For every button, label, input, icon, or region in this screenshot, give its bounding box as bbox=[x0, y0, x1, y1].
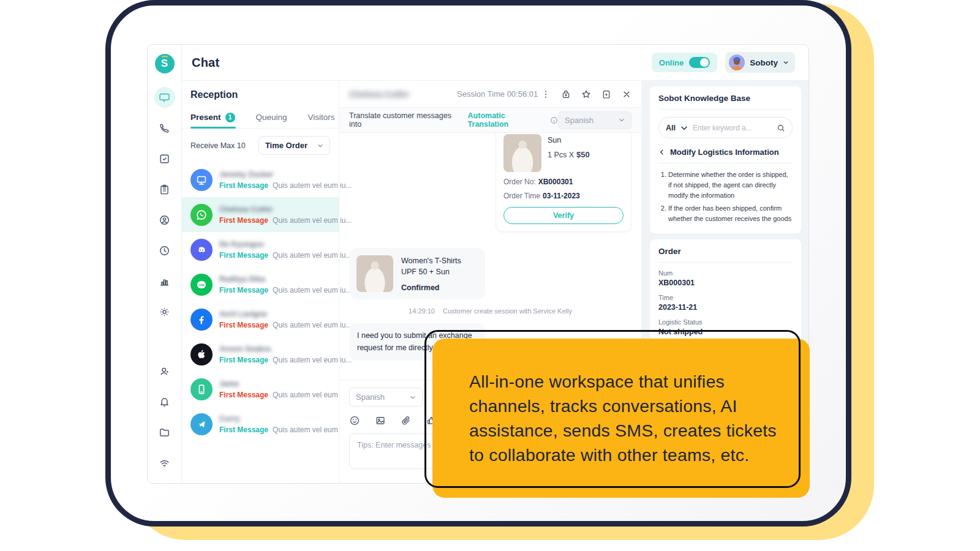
composer-language-dropdown[interactable]: Spanish bbox=[349, 388, 423, 407]
product-message-card: Women's T-Shirts UPF 50 + Sun Confirmed bbox=[349, 248, 485, 299]
sidebar-rail: S bbox=[148, 45, 182, 483]
clipboard-icon bbox=[159, 184, 170, 195]
contact-name: Avril Lavigne bbox=[219, 310, 352, 318]
page-title: Chat bbox=[192, 56, 219, 70]
contact-row[interactable]: Curry First MessageQuis autem vel eum iu… bbox=[182, 407, 339, 441]
logo-halo bbox=[160, 56, 169, 60]
wifi-icon bbox=[159, 457, 170, 469]
status-badge: First Message bbox=[219, 251, 268, 260]
chevron-left-icon bbox=[658, 149, 665, 156]
sidebar-item-tasks[interactable] bbox=[154, 148, 175, 169]
attachment-icon[interactable] bbox=[401, 415, 412, 426]
contact-name: Anson Seabra bbox=[219, 345, 352, 353]
product-image bbox=[503, 134, 541, 172]
online-toggle[interactable] bbox=[689, 57, 710, 68]
tab-visitors[interactable]: Visitors bbox=[308, 113, 335, 122]
info-icon[interactable] bbox=[550, 116, 558, 124]
contact-name: Chelsea Cutler bbox=[219, 205, 352, 214]
knowledge-search[interactable]: All Enter keyword a... bbox=[658, 117, 793, 138]
order-time-value: 03-11-2023 bbox=[543, 192, 580, 200]
close-icon[interactable] bbox=[622, 89, 631, 99]
sidebar-item-clipboard[interactable] bbox=[154, 179, 175, 200]
contact-row-selected[interactable]: Chelsea Cutler First MessageQuis autem v… bbox=[182, 197, 339, 232]
chat-bubble-icon bbox=[159, 92, 170, 103]
sobot-logo: S bbox=[155, 54, 175, 73]
sidebar-item-history[interactable] bbox=[154, 240, 175, 261]
present-count-badge: 1 bbox=[225, 113, 235, 122]
emoji-icon[interactable] bbox=[349, 415, 360, 426]
contact-list: Jeremy Zucker First MessageQuis autem ve… bbox=[182, 162, 339, 441]
tab-queuing-label: Queuing bbox=[256, 113, 287, 122]
agent-avatar bbox=[729, 54, 745, 70]
user-circle-icon bbox=[159, 214, 170, 226]
status-badge: First Message bbox=[219, 425, 268, 434]
stage: S bbox=[0, 0, 980, 551]
order-time-label: Time bbox=[658, 294, 793, 301]
product-image bbox=[356, 255, 393, 292]
chevron-down-icon bbox=[317, 143, 323, 149]
contact-row[interactable]: Jeremy Zucker First MessageQuis autem ve… bbox=[182, 162, 339, 197]
article-step: If the order has been shipped, confirm w… bbox=[668, 203, 793, 224]
contact-name: De Kyungso bbox=[219, 240, 352, 249]
chevron-down-icon bbox=[619, 117, 625, 123]
sidebar-item-contacts[interactable] bbox=[154, 209, 175, 230]
translate-prefix: Translate customer messages into bbox=[349, 111, 464, 129]
order-message-card: Sun 1 Pcs X$50 Order No:XB000301 Order T… bbox=[496, 133, 631, 232]
reception-panel: Reception Present 1 Queuing Visitors Rec… bbox=[182, 81, 339, 484]
contact-row[interactable]: De Kyungso First MessageQuis autem vel e… bbox=[182, 232, 339, 267]
order-price: $50 bbox=[576, 150, 590, 159]
tab-present[interactable]: Present 1 bbox=[190, 113, 235, 122]
knowledge-base-card: Sobot Knowledge Base All Enter keyword a… bbox=[650, 86, 801, 234]
sidebar-item-calls[interactable] bbox=[154, 118, 175, 138]
status-badge: First Message bbox=[219, 356, 268, 364]
sidebar-item-chat[interactable] bbox=[154, 87, 175, 108]
translate-mode-link[interactable]: Automatic Translation bbox=[468, 111, 547, 129]
contact-name: Raditya Dika bbox=[219, 275, 352, 283]
article-steps: Determine whether the order is shipped, … bbox=[668, 170, 793, 224]
status-badge: First Message bbox=[219, 181, 268, 190]
contact-row[interactable]: Avril Lavigne First MessageQuis autem ve… bbox=[182, 302, 339, 337]
contact-row[interactable]: LINE Raditya Dika First MessageQuis aute… bbox=[182, 267, 339, 302]
reception-tabs: Present 1 Queuing Visitors bbox=[182, 107, 339, 129]
bar-chart-icon bbox=[159, 276, 170, 287]
line-channel-icon: LINE bbox=[190, 274, 213, 296]
app-header: Chat Online Soboty bbox=[182, 45, 809, 81]
sidebar-item-network[interactable] bbox=[154, 452, 175, 473]
contact-row[interactable]: Anson Seabra First MessageQuis autem vel… bbox=[182, 337, 339, 372]
tab-queuing[interactable]: Queuing bbox=[256, 113, 287, 122]
tab-present-label: Present bbox=[190, 113, 221, 122]
image-icon[interactable] bbox=[375, 415, 386, 426]
translate-language-dropdown[interactable]: Spanish bbox=[558, 111, 631, 129]
create-ticket-icon[interactable] bbox=[601, 89, 611, 99]
sidebar-item-analytics[interactable] bbox=[154, 271, 175, 291]
sidebar-item-notifications[interactable] bbox=[154, 391, 175, 412]
sidebar-item-files[interactable] bbox=[154, 422, 175, 443]
sidebar-item-invite[interactable] bbox=[154, 361, 175, 381]
conversation-header: Chelsea Cutler Session Time 00:56:01 bbox=[339, 81, 641, 108]
folder-icon bbox=[159, 427, 170, 438]
order-qty: 1 Pcs X bbox=[548, 151, 574, 159]
sidebar-item-settings[interactable] bbox=[154, 301, 175, 322]
lock-icon[interactable] bbox=[561, 89, 571, 99]
verify-button[interactable]: Verify bbox=[503, 207, 624, 224]
kebab-menu-icon[interactable] bbox=[541, 89, 551, 99]
online-status-pill[interactable]: Online bbox=[652, 53, 717, 72]
sort-order-dropdown[interactable]: Time Order bbox=[258, 136, 330, 155]
article-title: Modify Logistics Information bbox=[670, 148, 779, 157]
knowledge-article-header[interactable]: Modify Logistics Information bbox=[658, 148, 793, 163]
order-time-label: Order Time bbox=[503, 192, 540, 200]
reception-title: Reception bbox=[182, 81, 339, 107]
status-badge: First Message bbox=[219, 321, 268, 329]
star-icon[interactable] bbox=[581, 89, 591, 99]
status-badge: First Message bbox=[219, 216, 268, 225]
agent-menu[interactable]: Soboty bbox=[725, 52, 795, 73]
search-icon[interactable] bbox=[777, 124, 785, 132]
status-badge: First Message bbox=[219, 286, 268, 294]
customer-name: Chelsea Cutler bbox=[349, 89, 441, 99]
status-badge: First Message bbox=[219, 391, 268, 399]
contact-row[interactable]: Jame First MessageQuis autem vel eum iu.… bbox=[182, 372, 339, 407]
chevron-down-icon bbox=[410, 394, 416, 400]
chevron-down-icon bbox=[680, 124, 688, 132]
search-filter-value[interactable]: All bbox=[666, 124, 676, 132]
system-event: 14:29:10 Customer create session with Se… bbox=[349, 307, 631, 315]
